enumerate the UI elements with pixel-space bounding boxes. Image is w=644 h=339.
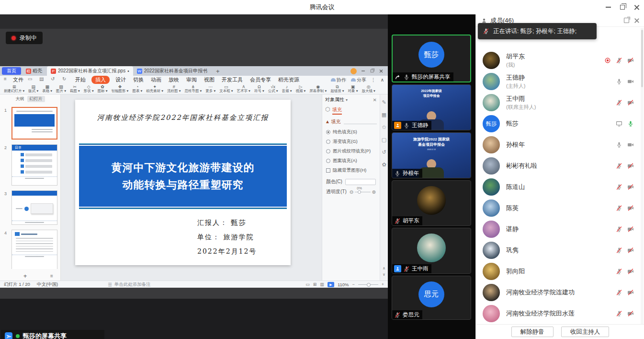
menu-item-设计[interactable]: 设计: [114, 76, 127, 83]
wps-close-icon[interactable]: [379, 69, 383, 72]
notes-placeholder[interactable]: 单击此处添加备注: [114, 281, 151, 288]
ribbon-视频[interactable]: ▷视频 ▾: [294, 85, 307, 93]
wps-file-tab[interactable]: P2022国家社科基金立项汇报.pps•: [47, 66, 133, 76]
ribbon-艺术字[interactable]: Ａ艺术字 ▾: [235, 85, 252, 93]
video-tile-孙根年[interactable]: 旅游学院2022 国家级基金项目申报会2022.2.12孙根年: [392, 132, 471, 178]
slide-thumbnail-1[interactable]: [11, 107, 57, 140]
more-icon[interactable]: ⋮: [371, 77, 376, 82]
ribbon-公式[interactable]: √x公式 ▾: [266, 85, 280, 93]
member-row[interactable]: 陈道山: [476, 176, 641, 198]
ribbon-智能图形[interactable]: ❖智能图形 ▾: [110, 85, 131, 93]
ribbon-版式[interactable]: ▤版式 ▾: [26, 85, 40, 93]
collapse-ribbon-icon[interactable]: ∧: [381, 77, 384, 82]
zoom-in-icon[interactable]: +: [382, 282, 384, 287]
slide-sorter-icon[interactable]: ⊞: [313, 282, 317, 287]
ribbon-符号[interactable]: Ω符号 ▾: [252, 85, 266, 93]
fill-option-图案填充(A)[interactable]: 图案填充(A): [322, 156, 380, 165]
undo-icon[interactable]: ↺: [51, 76, 58, 83]
print-icon[interactable]: ▤: [39, 76, 46, 83]
member-row[interactable]: 王德静(主持人): [476, 71, 641, 92]
video-tile-甄莎的屏幕共享[interactable]: 甄莎甄莎的屏幕共享: [392, 35, 471, 82]
reading-view-icon[interactable]: ▥: [320, 282, 324, 287]
restore-button[interactable]: [615, 0, 630, 14]
ribbon-新建幻灯片[interactable]: ⊞新建幻灯片 ▾: [2, 85, 26, 93]
unmute-button[interactable]: 解除静音: [511, 327, 554, 337]
ribbon-稻壳素材[interactable]: ✦稻壳素材 ▾: [144, 85, 165, 93]
ribbon-流程图[interactable]: #流程图 ▾: [165, 85, 182, 93]
slides-tab[interactable]: 幻灯片: [27, 96, 45, 102]
ribbon-屏幕录制[interactable]: ◉屏幕录制 ▾: [307, 85, 328, 93]
slide-nav-arrows[interactable]: ∧∨: [383, 266, 385, 277]
zoom-slider[interactable]: [358, 284, 378, 285]
member-row[interactable]: 河南牧业经济学院田水莲: [476, 303, 641, 323]
menu-item-切换[interactable]: 切换: [132, 76, 145, 83]
outline-tab[interactable]: 大纲: [16, 96, 24, 102]
ribbon-更多[interactable]: ⋯更多 ▾: [203, 85, 217, 93]
ribbon-文本框[interactable]: ▭文本框 ▾: [217, 85, 235, 93]
ribbon-音频[interactable]: ♪音频 ▾: [280, 85, 294, 93]
thumbnail-menu-icon[interactable]: ≡: [50, 273, 61, 279]
member-row[interactable]: 河南牧业经济学院连建功: [476, 282, 641, 303]
menu-item-稻壳资源[interactable]: 稻壳资源: [277, 76, 301, 83]
ribbon-形状[interactable]: ◇形状 ▾: [82, 85, 96, 93]
menu-item-审阅[interactable]: 审阅: [185, 76, 198, 83]
member-row[interactable]: 王中雨(联席主持人): [476, 92, 641, 113]
slideshow-play-button[interactable]: ▶: [328, 282, 334, 287]
video-tile-王德静[interactable]: 2022年国家级项目申报会王德静: [392, 84, 471, 130]
slide-thumbnail-4[interactable]: [11, 230, 57, 269]
reclaim-host-button[interactable]: 收回主持人: [561, 327, 610, 337]
close-panel-icon[interactable]: [634, 18, 639, 23]
side-tool-icon[interactable]: ▢: [382, 137, 386, 143]
wps-file-tab[interactable]: W2022国家社科基金项目申报书: [133, 66, 211, 76]
video-tile-娄思元[interactable]: 思元娄思元: [392, 276, 471, 320]
save-icon[interactable]: ▭: [28, 76, 35, 83]
member-row[interactable]: 谌静: [476, 219, 641, 240]
video-tile-胡平东[interactable]: 胡平东: [392, 180, 471, 226]
wps-account-avatar[interactable]: [350, 68, 357, 74]
side-tool-icon[interactable]: ✎: [382, 99, 386, 105]
menu-item-开始[interactable]: 开始: [74, 76, 87, 83]
wps-file-menu[interactable]: ≡文件: [4, 76, 23, 83]
wps-minimize-icon[interactable]: [362, 70, 365, 71]
ribbon-表格[interactable]: ▦表格 ▾: [40, 85, 54, 93]
member-list-scrollbar[interactable]: [641, 28, 644, 338]
member-row[interactable]: 郭向阳: [476, 261, 641, 282]
slide-thumbnail-3[interactable]: [11, 190, 57, 225]
wps-restore-icon[interactable]: [371, 70, 373, 72]
menu-right-分享[interactable]: 分享: [351, 77, 366, 83]
side-tool-icon[interactable]: ▦: [382, 112, 386, 118]
slide-thumbnail-2[interactable]: 目录: [11, 144, 57, 186]
menu-item-插入[interactable]: 插入: [91, 76, 110, 84]
member-row[interactable]: 彬彬有礼啦: [476, 155, 641, 176]
menu-item-动画[interactable]: 动画: [149, 76, 163, 83]
wps-docer-tab[interactable]: 稻稻壳: [23, 68, 45, 74]
menu-item-放映[interactable]: 放映: [167, 76, 181, 83]
member-row[interactable]: 巩隽: [476, 240, 641, 261]
properties-close-icon[interactable]: ✕: [373, 97, 377, 103]
fill-tab[interactable]: 填充: [332, 106, 342, 115]
menu-item-开发工具[interactable]: 开发工具: [220, 76, 244, 83]
fill-option-图片或纹理填充(P)[interactable]: 图片或纹理填充(P): [322, 146, 380, 156]
member-row[interactable]: 陈英: [476, 198, 641, 219]
menu-item-视图[interactable]: 视图: [203, 76, 216, 83]
ribbon-超链接[interactable]: ⧉超链接 ▾: [328, 85, 346, 93]
menu-right-协作[interactable]: 协作: [331, 77, 346, 83]
zoom-out-icon[interactable]: −: [352, 282, 354, 287]
side-tool-icon[interactable]: ✿: [382, 162, 386, 168]
menu-item-会员专享[interactable]: 会员专享: [249, 76, 272, 83]
side-tool-icon[interactable]: ✩: [382, 124, 386, 130]
member-list[interactable]: 胡平东(我)王德静(主持人)王中雨(联席主持人)甄莎甄莎孙根年彬彬有礼啦陈道山陈…: [476, 50, 641, 323]
wps-home-tab[interactable]: 首页: [2, 67, 21, 75]
new-tab-button[interactable]: +: [213, 68, 223, 75]
close-button[interactable]: [630, 0, 644, 14]
member-row[interactable]: 胡平东(我): [476, 50, 641, 71]
popout-panel-icon[interactable]: [624, 18, 629, 23]
add-slide-button[interactable]: +: [0, 272, 50, 280]
ribbon-图片[interactable]: ▨图片 ▾: [54, 85, 68, 93]
fill-option-隐藏背景图形(H)[interactable]: 隐藏背景图形(H): [322, 165, 380, 175]
fill-option-渐变填充(G)[interactable]: 渐变填充(G): [322, 137, 380, 146]
fill-option-纯色填充(S)[interactable]: 纯色填充(S): [322, 127, 380, 137]
ribbon-对象[interactable]: ▣对象 ▾: [346, 85, 360, 93]
color-dropdown[interactable]: [345, 179, 376, 185]
member-row[interactable]: 甄莎甄莎: [476, 113, 641, 134]
